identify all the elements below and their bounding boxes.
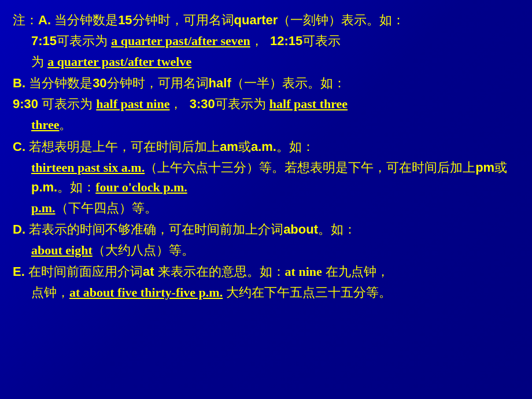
- section-a-15: 15: [118, 13, 132, 27]
- section-d-about: about: [283, 222, 318, 237]
- section-b-30: 30: [93, 76, 106, 90]
- section-c-text5: 。如：: [57, 180, 95, 194]
- section-e: E. 在时间前面应用介词at 来表示在的意思。如：at nine 在九点钟， 点…: [13, 262, 519, 302]
- time-1215: 12:15: [270, 34, 302, 48]
- section-a-ex1-text1: 可表示为: [57, 34, 111, 48]
- section-c-text3: 。如：: [276, 139, 315, 154]
- section-e-en2: at about five thirty-five p.m.: [69, 285, 223, 300]
- slide: 注：A. 当分钟数是15分钟时，可用名词quarter（一刻钟）表示。如： 7:…: [0, 0, 532, 399]
- section-b-example: 9:30 可表示为 half past nine， 3:30可表示为 half …: [13, 94, 519, 114]
- note-intro: 注：A. 当分钟数是15分钟时，可用名词quarter（一刻钟）表示。如：: [13, 10, 519, 30]
- time-330: 3:30: [190, 97, 215, 111]
- section-c-label: C.: [13, 139, 25, 154]
- section-c-ex1-text: （上午六点十三分）等。若想表明是下午，可在时间后加上: [145, 160, 475, 175]
- section-c-en2: four o'clock p.m.: [95, 180, 187, 194]
- section-b-en1: half past nine: [96, 97, 169, 111]
- section-a-en2: a quarter past/after twelve: [47, 54, 191, 69]
- section-d-example: about eight（大约八点）等。: [13, 241, 519, 260]
- section-b-ex-text2: 可表示为: [215, 97, 269, 111]
- section-c-text4: 或: [494, 160, 507, 175]
- section-b-ex-text1: 可表示为: [38, 97, 96, 111]
- section-b-sep: ，: [169, 97, 182, 111]
- section-c-pmdot: p.m.: [31, 180, 57, 194]
- section-b-en2-cont: three: [31, 117, 59, 132]
- section-d-ex1-text: （大约八点）等。: [93, 243, 194, 257]
- section-a-for: 为: [31, 54, 47, 69]
- section-d-intro: D. 若表示的时间不够准确，可在时间前加上介词about。如：: [13, 220, 519, 239]
- section-e-intro: E. 在时间前面应用介词at 来表示在的意思。如：at nine 在九点钟，: [13, 262, 519, 282]
- note-section: 注：A. 当分钟数是15分钟时，可用名词quarter（一刻钟）表示。如： 7:…: [13, 10, 519, 72]
- section-d: D. 若表示的时间不够准确，可在时间前加上介词about。如： about ei…: [13, 220, 519, 260]
- section-a-sep: ，: [250, 34, 270, 48]
- section-a-text1: 当分钟数是: [51, 13, 118, 27]
- section-a-text3: （一刻钟）表示。如：: [278, 13, 405, 27]
- section-c-am: am: [220, 139, 238, 154]
- section-d-text2: 。如：: [318, 222, 356, 237]
- section-c-amdot: a.m.: [251, 139, 276, 154]
- section-b-intro: B. 当分钟数是30分钟时，可用名词half（一半）表示。如：: [13, 73, 519, 93]
- section-c-pm: pm: [475, 160, 494, 175]
- section-c: C. 若想表明是上午，可在时间后加上am或a.m.。如： thirteen pa…: [13, 137, 519, 218]
- section-d-label: D.: [13, 222, 25, 237]
- section-c-ex2-text: （下午四点）等。: [56, 201, 157, 215]
- section-c-en2-cont: p.m.: [31, 201, 56, 215]
- section-d-text1: 若表示的时间不够准确，可在时间前加上介词: [25, 222, 283, 237]
- section-c-text2: 或: [238, 139, 251, 154]
- section-b-en2: half past three: [269, 97, 348, 111]
- section-b-label: B.: [13, 76, 25, 90]
- section-b-end: 。: [59, 117, 75, 132]
- section-e-jiudian: 点钟，: [31, 285, 69, 300]
- section-a-text2: 分钟时，可用名词: [132, 13, 234, 27]
- time-930: 9:30: [13, 97, 38, 111]
- section-a-example-cont: 为 a quarter past/after twelve: [13, 52, 519, 72]
- section-d-en1: about eight: [31, 243, 93, 257]
- section-b-text1: 当分钟数是: [25, 76, 93, 90]
- section-c-example1: thirteen past six a.m.（上午六点十三分）等。若想表明是下午…: [13, 158, 519, 197]
- section-e-ex1-text1: 在九点钟，: [322, 264, 389, 279]
- time-715: 7:15: [31, 34, 57, 48]
- section-b-text2: 分钟时，可用名词: [107, 76, 209, 90]
- section-e-at: at: [143, 264, 154, 279]
- section-e-text2: 来表示在的意思。如：: [154, 264, 285, 279]
- section-e-text1: 在时间前面应用介词: [25, 264, 143, 279]
- section-a-ex1-text2: 可表示: [302, 34, 341, 48]
- section-a-label: A.: [38, 13, 51, 27]
- section-e-ex1-text2: 大约在下午五点三十五分等。: [223, 285, 391, 300]
- section-c-en1: thirteen past six a.m.: [31, 160, 145, 175]
- section-e-en1: at nine: [285, 264, 322, 279]
- section-a-en1: a quarter past/after seven: [111, 34, 250, 48]
- section-e-label: E.: [13, 264, 25, 279]
- section-b: B. 当分钟数是30分钟时，可用名词half（一半）表示。如： 9:30 可表示…: [13, 73, 519, 135]
- section-b-half: half: [209, 76, 231, 90]
- section-c-intro: C. 若想表明是上午，可在时间后加上am或a.m.。如：: [13, 137, 519, 157]
- section-a-example: 7:15可表示为 a quarter past/after seven， 12:…: [13, 31, 519, 51]
- section-b-example-cont: three。: [13, 115, 519, 135]
- note-prefix: 注：: [13, 13, 38, 27]
- section-e-example-cont: 点钟，at about five thirty-five p.m. 大约在下午五…: [13, 283, 519, 302]
- section-a-quarter: quarter: [234, 13, 278, 27]
- section-c-text1: 若想表明是上午，可在时间后加上: [25, 139, 220, 154]
- section-c-example2-cont: p.m.（下午四点）等。: [13, 198, 519, 218]
- section-b-text3: （一半）表示。如：: [231, 76, 346, 90]
